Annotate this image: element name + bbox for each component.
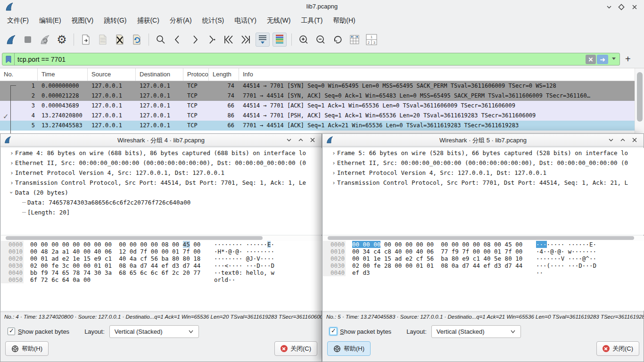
show-packet-bytes-checkbox[interactable] xyxy=(8,328,15,335)
tree-toggle-icon[interactable] xyxy=(330,179,337,186)
save-file-icon[interactable]: 01010011 xyxy=(96,33,110,47)
scrollbar-thumb[interactable] xyxy=(328,236,634,240)
tree-hscrollbar[interactable] xyxy=(1,236,322,241)
tree-toggle-icon[interactable] xyxy=(8,179,15,186)
hex-line[interactable]: 0040 bb f9 74 65 78 74 30 3a 68 65 6c 6c… xyxy=(1,269,322,276)
packet-row[interactable]: 5 13.274045583 127.0.0.1 127.0.0.1 TCP 6… xyxy=(0,121,644,131)
column-header[interactable]: Source xyxy=(88,68,136,81)
tree-toggle-icon[interactable] xyxy=(8,189,15,196)
maximize-icon[interactable] xyxy=(297,137,304,143)
tree-toggle-icon[interactable] xyxy=(21,209,27,216)
protocol-tree-item[interactable]: Internet Protocol Version 4, Src: 127.0.… xyxy=(323,168,644,178)
close-icon[interactable] xyxy=(309,137,316,143)
column-header[interactable]: Info xyxy=(239,68,644,81)
packet-row[interactable]: 3 0.000043689 127.0.0.1 127.0.0.1 TCP 66… xyxy=(0,101,644,111)
tree-toggle-icon[interactable] xyxy=(8,169,15,176)
resize-columns-icon[interactable] xyxy=(347,33,362,47)
tree-hscrollbar[interactable] xyxy=(323,236,644,241)
start-capture-icon[interactable] xyxy=(4,33,18,47)
packet-row[interactable]: 1 0.000000000 127.0.0.1 127.0.0.1 TCP 74… xyxy=(0,81,644,91)
menu-item[interactable]: 工具(T) xyxy=(296,15,328,27)
hex-line[interactable]: 0010 00 34 c4 c8 40 00 40 06 77 f9 7f 00… xyxy=(323,248,644,255)
protocol-tree-item[interactable]: Ethernet II, Src: 00:00:00_00:00:00 (00:… xyxy=(323,158,644,168)
menu-item[interactable]: 编辑(E) xyxy=(34,15,66,27)
restart-capture-icon[interactable] xyxy=(38,33,52,47)
close-file-icon[interactable] xyxy=(113,33,127,47)
protocol-tree-item[interactable]: Transmission Control Protocol, Src Port:… xyxy=(1,178,322,188)
layout-select[interactable]: Vertical (Stacked) xyxy=(431,325,521,338)
scrollbar-thumb[interactable] xyxy=(6,236,263,240)
hex-line[interactable]: 0010 00 48 2a a1 40 00 40 06 12 0d 7f 00… xyxy=(1,248,322,255)
close-icon[interactable] xyxy=(631,3,638,11)
go-to-packet-icon[interactable] xyxy=(205,33,219,47)
hex-line[interactable]: 0040 ef d3 ·· xyxy=(323,269,644,276)
menu-item[interactable]: 分析(A) xyxy=(165,15,197,27)
column-header[interactable]: No. xyxy=(0,68,38,81)
menu-item[interactable]: 电话(Y) xyxy=(229,15,262,27)
open-file-icon[interactable] xyxy=(79,33,93,47)
maximize-icon[interactable] xyxy=(619,137,626,143)
protocol-tree-item[interactable]: Frame 5: 66 bytes on wire (528 bits), 66… xyxy=(323,148,644,158)
show-packet-bytes-checkbox[interactable] xyxy=(330,328,337,335)
maximize-icon[interactable] xyxy=(618,3,625,11)
tree-toggle-icon[interactable] xyxy=(8,159,15,166)
packet-row[interactable]: 2 0.000021228 127.0.0.1 127.0.0.1 TCP 74… xyxy=(0,91,644,101)
find-packet-icon[interactable] xyxy=(154,33,168,47)
menu-item[interactable]: 无线(W) xyxy=(262,15,296,27)
go-first-icon[interactable] xyxy=(222,33,236,47)
protocol-tree-item[interactable]: Data: 74657874303a68656c6c6f2c20776f726c… xyxy=(1,197,322,207)
minimize-icon[interactable] xyxy=(286,137,292,143)
protocol-tree-item[interactable]: Transmission Control Protocol, Src Port:… xyxy=(323,178,644,188)
tree-toggle-icon[interactable] xyxy=(21,199,27,206)
help-button[interactable]: 帮助(H) xyxy=(5,341,49,356)
scrollbar-thumb[interactable] xyxy=(637,72,643,122)
hex-line[interactable]: 0000 00 00 00 00 00 00 00 00 00 00 00 00… xyxy=(323,241,644,248)
close-button[interactable]: 关闭(C) xyxy=(596,341,639,356)
protocol-tree-item[interactable]: Frame 4: 86 bytes on wire (688 bits), 86… xyxy=(1,148,322,158)
hex-line[interactable]: 0030 02 00 fe 28 00 00 01 01 08 0a d7 44… xyxy=(323,262,644,269)
capture-options-icon[interactable]: ⚙ xyxy=(55,33,69,47)
tree-toggle-icon[interactable] xyxy=(330,159,337,166)
dialog-titlebar[interactable]: Wireshark · 分组 5 · lib7.pcapng xyxy=(322,134,644,147)
menu-item[interactable]: 捕获(C) xyxy=(132,15,164,27)
packet-list-scrollbar[interactable] xyxy=(635,68,644,134)
column-header[interactable]: Protocol xyxy=(183,68,209,81)
protocol-tree-item[interactable]: Internet Protocol Version 4, Src: 127.0.… xyxy=(1,168,322,178)
go-back-icon[interactable] xyxy=(171,33,185,47)
column-header[interactable]: Length xyxy=(209,68,239,81)
go-last-icon[interactable] xyxy=(239,33,253,47)
close-button[interactable]: 关闭(C) xyxy=(274,341,317,356)
zoom-out-icon[interactable] xyxy=(314,33,328,47)
protocol-tree-item[interactable]: Ethernet II, Src: 00:00:00_00:00:00 (00:… xyxy=(1,158,322,168)
stop-capture-icon[interactable] xyxy=(21,33,35,47)
reload-file-icon[interactable] xyxy=(130,33,144,47)
display-filter-input[interactable]: tcp.port == 7701 ✕ ➜ xyxy=(2,53,620,66)
menu-item[interactable]: 帮助(H) xyxy=(328,15,360,27)
protocol-tree-item[interactable]: [Length: 20] xyxy=(1,207,322,217)
column-header[interactable]: Destination xyxy=(136,68,183,81)
protocol-tree-item[interactable]: Data (20 bytes) xyxy=(1,188,322,197)
hex-line[interactable]: 0030 02 00 fe 3c 00 00 01 01 08 0a d7 44… xyxy=(1,262,322,269)
column-header[interactable]: Time xyxy=(38,68,88,81)
menu-item[interactable]: 视图(V) xyxy=(66,15,99,27)
go-forward-icon[interactable] xyxy=(188,33,202,47)
layout-chooser-icon[interactable]: 123 xyxy=(364,33,379,47)
packet-row[interactable]: 4 13.274020800 127.0.0.1 127.0.0.1 TCP 8… xyxy=(0,111,644,121)
close-icon[interactable] xyxy=(631,137,638,143)
zoom-original-icon[interactable] xyxy=(330,33,345,47)
hex-line[interactable]: 0020 00 01 1e 15 ad e2 cf 56 ba 80 e9 c1… xyxy=(323,255,644,262)
packet-list-header[interactable]: No.TimeSourceDestinationProtocolLengthIn… xyxy=(0,68,644,81)
colorize-icon[interactable] xyxy=(272,33,287,47)
filter-bookmark-icon[interactable] xyxy=(2,53,15,65)
filter-dropdown-icon[interactable] xyxy=(612,58,616,60)
menu-item[interactable]: 文件(F) xyxy=(2,15,34,27)
dialog-titlebar[interactable]: Wireshark · 分组 4 · lib7.pcapng xyxy=(0,134,322,147)
hex-line[interactable]: 0050 6f 72 6c 64 0a 00 orld·· xyxy=(1,276,322,283)
hex-line[interactable]: 0020 00 01 ad e2 1e 15 e9 c1 40 4a cf 56… xyxy=(1,255,322,262)
tree-toggle-icon[interactable] xyxy=(8,149,15,156)
zoom-in-icon[interactable] xyxy=(297,33,311,47)
help-button[interactable]: 帮助(H) xyxy=(327,341,371,356)
filter-clear-icon[interactable]: ✕ xyxy=(586,55,596,64)
menu-item[interactable]: 统计(S) xyxy=(197,15,230,27)
menu-item[interactable]: 跳转(G) xyxy=(99,15,132,27)
